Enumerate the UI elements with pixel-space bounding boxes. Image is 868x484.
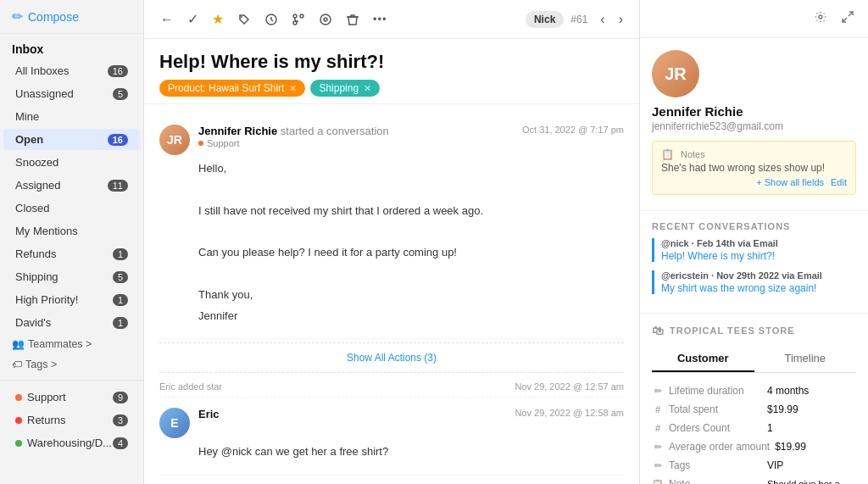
- message-header: E Eric Nov 29, 2022 @ 12:58 am: [159, 408, 624, 438]
- svg-point-2: [293, 14, 297, 18]
- show-all-actions-button[interactable]: Show All Actions (3): [159, 342, 624, 373]
- toolbar: ← ✓ ★ ••• Nick #61 ‹ ›: [144, 0, 639, 39]
- conversation-area: Help! Where is my shirt?! Product: Hawai…: [144, 39, 639, 484]
- tag-remove-icon[interactable]: ✕: [364, 83, 371, 94]
- detail-row-lifetime: ✏ Lifetime duration 4 months: [652, 381, 856, 400]
- notes-label: Notes: [681, 149, 705, 159]
- back-button[interactable]: ←: [154, 8, 180, 31]
- sidebar-item-support[interactable]: Support 9: [3, 387, 140, 408]
- svg-point-3: [300, 14, 303, 18]
- next-convo-button[interactable]: ›: [613, 8, 629, 31]
- sidebar-item-returns[interactable]: Returns 3: [3, 409, 140, 431]
- sidebar-item-high-priority[interactable]: High Priority! 1: [3, 289, 140, 310]
- recent-conversations-title: RECENT CONVERSATIONS: [652, 221, 856, 231]
- message-sender: Eric: [198, 408, 506, 420]
- sidebar: ✏ Compose Inbox All Inboxes 16 Unassigne…: [0, 0, 144, 484]
- compose-icon: ✏: [12, 8, 23, 25]
- compose-button[interactable]: ✏ Compose: [0, 0, 143, 34]
- circle-button[interactable]: [313, 8, 338, 31]
- sidebar-item-shipping[interactable]: Shipping 5: [3, 266, 140, 287]
- show-all-fields-link[interactable]: + Show all fields: [756, 177, 824, 187]
- warehouse-dot: [15, 440, 22, 447]
- sidebar-item-refunds[interactable]: Refunds 1: [3, 243, 140, 264]
- trash-button[interactable]: [340, 8, 365, 31]
- tags-icon: ✏: [652, 460, 664, 471]
- prev-convo-button[interactable]: ‹: [594, 8, 610, 31]
- tags-label: Tags >: [25, 359, 57, 370]
- agent-pill[interactable]: Nick: [526, 11, 564, 28]
- branch-button[interactable]: [286, 8, 311, 31]
- note-icon: 📋: [652, 479, 664, 485]
- sidebar-item-snoozed[interactable]: Snoozed: [3, 152, 140, 173]
- recent-convo-item: @ericstein · Nov 29th 2022 via Email My …: [652, 270, 856, 294]
- inbox-label: Inbox: [0, 34, 143, 59]
- sidebar-item-all-inboxes[interactable]: All Inboxes 16: [3, 60, 140, 81]
- sidebar-item-closed[interactable]: Closed: [3, 197, 140, 219]
- tab-customer[interactable]: Customer: [652, 346, 754, 372]
- sidebar-badge-davids: 1: [113, 317, 128, 329]
- tab-timeline[interactable]: Timeline: [754, 346, 857, 372]
- contact-name: Jennifer Richie: [652, 104, 856, 119]
- edit-notes-link[interactable]: Edit: [831, 177, 847, 187]
- sidebar-badge-open: 16: [108, 134, 128, 146]
- total-spent-icon: #: [652, 404, 664, 414]
- svg-point-7: [819, 15, 822, 19]
- sidebar-item-label: Mine: [15, 110, 39, 123]
- star-button[interactable]: ★: [206, 7, 230, 31]
- sidebar-item-unassigned[interactable]: Unassigned 5: [3, 83, 140, 104]
- contact-section: JR Jennifer Richie jenniferrichie523@gma…: [640, 38, 868, 211]
- svg-point-5: [320, 14, 331, 25]
- orders-count-icon: #: [652, 423, 664, 433]
- notes-section: 📋 Notes She's had two wrong sizes show u…: [652, 141, 856, 195]
- notes-actions: + Show all fields Edit: [661, 177, 847, 187]
- sidebar-badge-shipping: 5: [113, 271, 128, 283]
- store-header: 🛍 TROPICAL TEES STORE: [652, 324, 856, 337]
- message-header: JR Jennifer Richie started a conversatio…: [159, 125, 624, 155]
- avatar: E: [159, 408, 190, 438]
- right-panel: JR Jennifer Richie jenniferrichie523@gma…: [639, 0, 868, 484]
- message-block: N Nick Jan 24 @ 6:32 pm @ericstein Sure …: [159, 476, 624, 484]
- svg-point-6: [324, 18, 327, 21]
- recent-convo-link[interactable]: My shirt was the wrong size again!: [661, 282, 856, 294]
- sidebar-item-mine[interactable]: Mine: [3, 106, 140, 127]
- teammates-label: Teammates >: [28, 338, 92, 350]
- sidebar-item-my-mentions[interactable]: My Mentions: [3, 220, 140, 242]
- activity-text: Eric added star: [159, 381, 222, 392]
- recent-convo-meta: @nick · Feb 14th via Email: [661, 238, 856, 248]
- detail-row-tags: ✏ Tags VIP: [652, 456, 856, 475]
- customer-details: ✏ Lifetime duration 4 months # Total spe…: [652, 381, 856, 484]
- sidebar-item-label: David's: [15, 316, 51, 329]
- tag-remove-icon[interactable]: ✕: [289, 83, 297, 94]
- sidebar-item-label: Assigned: [15, 179, 60, 192]
- sidebar-item-warehouse[interactable]: Warehousing/D... 4: [3, 432, 140, 453]
- tag-row: Product: Hawaii Surf Shirt ✕ Shipping ✕: [159, 80, 624, 97]
- tags-group[interactable]: 🏷 Tags >: [0, 354, 143, 375]
- settings-button[interactable]: [809, 7, 832, 31]
- conversation-title: Help! Where is my shirt?!: [159, 51, 624, 73]
- tag-button[interactable]: [231, 8, 257, 31]
- sidebar-item-davids[interactable]: David's 1: [3, 312, 140, 333]
- check-button[interactable]: ✓: [181, 7, 204, 31]
- right-panel-header: [640, 0, 868, 38]
- convo-number: #61: [565, 11, 593, 28]
- store-section: 🛍 TROPICAL TEES STORE Customer Timeline …: [640, 314, 868, 484]
- teammates-icon: 👥: [12, 338, 25, 350]
- sidebar-item-label: Refunds: [15, 248, 56, 260]
- recent-convo-link[interactable]: Help! Where is my shirt?!: [661, 250, 856, 262]
- message-block: E Eric Nov 29, 2022 @ 12:58 am Hey @nick…: [159, 398, 624, 476]
- message-block: JR Jennifer Richie started a conversatio…: [159, 114, 624, 339]
- returns-dot: [15, 417, 22, 424]
- tag-hawaii-shirt[interactable]: Product: Hawaii Surf Shirt ✕: [159, 80, 305, 97]
- tag-shipping[interactable]: Shipping ✕: [310, 80, 380, 97]
- clock-button[interactable]: [259, 8, 284, 31]
- sidebar-item-open[interactable]: Open 16: [3, 129, 140, 150]
- more-button[interactable]: •••: [367, 8, 393, 30]
- notes-icon: 📋: [661, 148, 674, 160]
- sidebar-badge-assigned: 11: [108, 180, 128, 192]
- expand-button[interactable]: [836, 7, 860, 31]
- detail-row-avg-order: ✏ Average order amount $19.99: [652, 437, 856, 456]
- notes-text: She's had two wrong sizes show up!: [661, 162, 847, 174]
- sidebar-item-label: My Mentions: [15, 225, 78, 237]
- sidebar-item-assigned[interactable]: Assigned 11: [3, 175, 140, 196]
- teammates-group[interactable]: 👥 Teammates >: [0, 334, 143, 354]
